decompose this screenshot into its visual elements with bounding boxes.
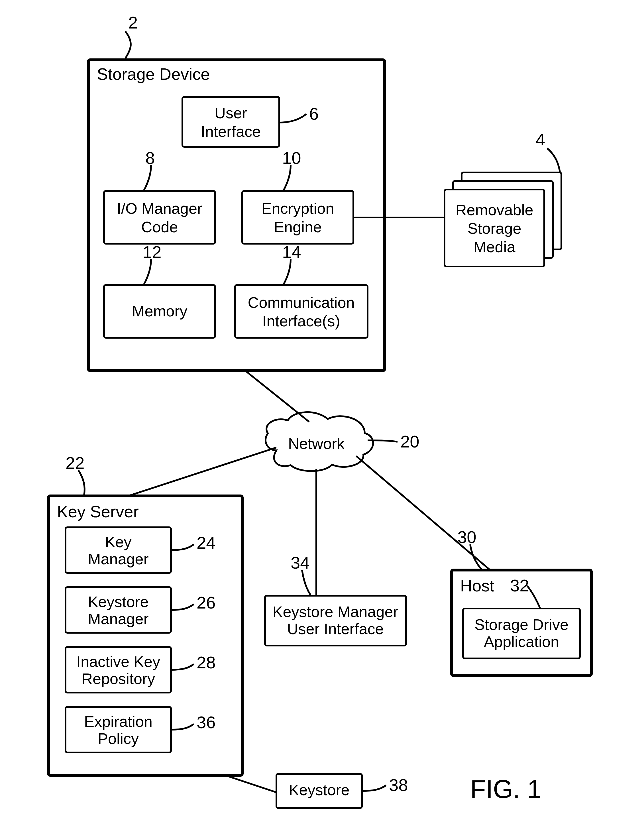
memory-line1: Memory	[132, 302, 187, 319]
storage-app-line1: Storage Drive	[474, 616, 569, 633]
key-manager-line2: Manager	[88, 551, 149, 567]
ref-24: 24	[196, 533, 216, 552]
keystore-manager-line1: Keystore	[88, 593, 149, 610]
ref-30: 30	[457, 528, 477, 547]
figure-label: FIG. 1	[470, 775, 541, 804]
ref-22: 22	[66, 454, 84, 472]
user-interface-line2: Interface	[201, 123, 261, 140]
ref-38: 38	[389, 776, 408, 794]
io-manager-box	[104, 191, 215, 244]
encryption-engine-box	[242, 191, 353, 244]
io-manager-line1: I/O Manager	[117, 200, 202, 217]
ref-26: 26	[196, 593, 216, 612]
removable-line1: Removable	[455, 201, 533, 218]
ref-32: 32	[510, 576, 529, 595]
ref-10: 10	[282, 149, 301, 167]
encryption-line1: Encryption	[261, 200, 334, 217]
inactive-repo-line1: Inactive Key	[77, 653, 160, 670]
keystore-ui-line1: Keystore Manager	[272, 603, 398, 620]
ref-14: 14	[282, 242, 301, 262]
ref-34: 34	[291, 553, 310, 572]
encryption-line2: Engine	[274, 218, 322, 235]
expiration-line2: Policy	[98, 730, 139, 747]
svg-line-7	[225, 775, 276, 792]
ref-20: 20	[400, 432, 419, 451]
ref-8: 8	[145, 149, 155, 167]
keystore-manager-line2: Manager	[88, 610, 149, 627]
storage-app-line2: Application	[484, 633, 559, 650]
ref-2: 2	[128, 13, 138, 32]
keystore-ui-line2: User Interface	[287, 620, 383, 637]
ref-12: 12	[143, 242, 162, 262]
comm-line1: Communication	[248, 294, 354, 311]
svg-line-6	[356, 456, 490, 570]
io-manager-line2: Code	[141, 218, 178, 235]
host-title: Host	[460, 576, 494, 595]
inactive-repo-line2: Repository	[81, 670, 155, 687]
key-server-title: Key Server	[57, 502, 139, 521]
key-manager-line1: Key	[105, 533, 131, 551]
network-label: Network	[288, 435, 345, 452]
keystore-label: Keystore	[289, 781, 350, 798]
ref-6: 6	[309, 104, 319, 123]
storage-device-title: Storage Device	[97, 65, 210, 83]
comm-interface-box	[235, 285, 368, 338]
svg-line-4	[128, 448, 276, 496]
ref-28: 28	[196, 653, 216, 672]
expiration-line1: Expiration	[84, 713, 152, 730]
ref-4: 4	[536, 130, 545, 149]
removable-line3: Media	[473, 238, 515, 255]
comm-line2: Interface(s)	[262, 312, 340, 330]
diagram: Storage Device 2 User Interface 6 8 10 I…	[0, 0, 644, 822]
ref-36: 36	[196, 713, 216, 732]
svg-line-3	[245, 371, 309, 422]
removable-line2: Storage	[467, 220, 521, 237]
user-interface-line1: User	[215, 104, 247, 121]
